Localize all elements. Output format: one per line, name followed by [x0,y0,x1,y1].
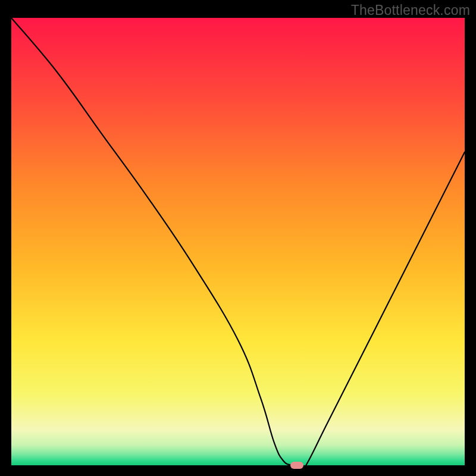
chart-frame: TheBottleneck.com [0,0,476,476]
plot-area [11,18,465,465]
optimal-marker [290,462,303,469]
bottleneck-curve [11,18,465,465]
watermark-label: TheBottleneck.com [351,2,470,18]
